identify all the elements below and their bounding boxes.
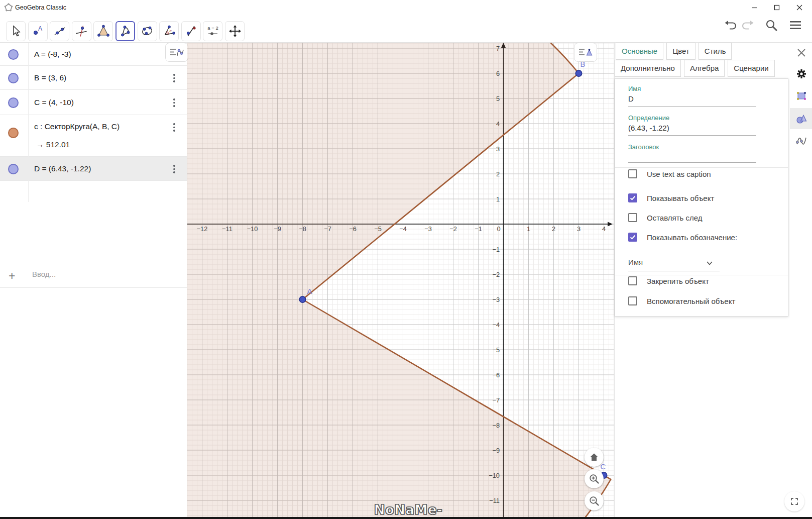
conic-icon	[141, 25, 154, 38]
properties-panel: Имя D Определение (6.43, -1.22) Заголово…	[615, 78, 788, 317]
function-inspector-button[interactable]	[795, 135, 808, 148]
checkbox-row[interactable]: Показывать обозначение:	[628, 233, 737, 242]
tool-slider[interactable]: a = 2	[203, 21, 222, 41]
tool-perpendicular-line[interactable]	[72, 21, 91, 41]
tool-polygon[interactable]	[93, 21, 113, 41]
algebra-stylebar-button[interactable]	[165, 43, 188, 62]
menu-button[interactable]	[787, 17, 804, 34]
sort-and-triangle-icon	[578, 46, 593, 58]
bottom-strip	[0, 517, 812, 519]
window-title: GeoGebra Classic	[15, 4, 66, 11]
plus-icon[interactable]: +	[9, 269, 15, 283]
title-bar: GeoGebra Classic	[0, 0, 812, 15]
algebra-input[interactable]	[31, 269, 179, 279]
close-panel-button[interactable]	[795, 46, 808, 59]
checkbox[interactable]	[628, 276, 637, 285]
divider	[615, 167, 788, 168]
definition-field-value[interactable]: (6.43, -1.22)	[628, 124, 756, 136]
tab-алгебра[interactable]: Алгебра	[684, 60, 725, 77]
close-button[interactable]	[788, 0, 811, 15]
row-menu-button[interactable]	[171, 98, 178, 107]
checkbox-label: Показывать обозначение:	[647, 233, 737, 242]
x-axis-tick-label: −12	[197, 225, 208, 233]
x-axis-tick-label: 0	[497, 225, 500, 233]
tab-дополнительно[interactable]: Дополнительно	[615, 60, 681, 77]
x-axis-tick-label: −4	[399, 225, 407, 233]
graphics-settings-button[interactable]	[795, 89, 808, 102]
zoom-in-button[interactable]	[585, 469, 604, 488]
visibility-toggle[interactable]	[8, 128, 19, 138]
reflect-icon	[184, 25, 197, 38]
tool-angle[interactable]: α	[159, 21, 179, 41]
checkbox[interactable]	[628, 296, 637, 305]
y-axis-tick-label: 5	[496, 95, 500, 102]
caption-field-value[interactable]	[628, 149, 756, 163]
checkbox[interactable]	[628, 213, 637, 222]
object-definition: B = (3, 6)	[34, 73, 66, 82]
y-axis-tick-label: 4	[496, 120, 500, 128]
search-button[interactable]	[763, 17, 780, 34]
y-axis-tick-label: −6	[492, 371, 500, 379]
graph-point-A[interactable]	[299, 296, 305, 302]
x-axis-tick-label: −3	[424, 225, 432, 233]
checkbox-label: Показывать объект	[647, 194, 714, 202]
checkbox-row[interactable]: Use text as caption	[628, 169, 711, 178]
graphics-view-button[interactable]	[795, 112, 808, 125]
tool-point[interactable]: A	[28, 21, 48, 41]
checkbox[interactable]	[628, 169, 637, 178]
perpendicular-line-icon	[75, 25, 88, 38]
visibility-toggle[interactable]	[8, 73, 19, 83]
checkbox-row[interactable]: Показывать объект	[628, 193, 714, 202]
y-axis-tick-label: 2	[496, 170, 500, 178]
visibility-toggle[interactable]	[8, 97, 19, 108]
x-axis-tick-label: −9	[274, 225, 281, 233]
triangle-circle-icon	[795, 112, 808, 125]
fullscreen-button[interactable]	[784, 491, 804, 511]
checkbox-checked[interactable]	[628, 193, 637, 202]
tool-conic[interactable]	[138, 21, 157, 41]
name-field-value[interactable]: D	[628, 94, 756, 107]
row-menu-button[interactable]	[171, 165, 178, 173]
tool-move-graphics[interactable]	[225, 21, 245, 41]
tab-цвет[interactable]: Цвет	[666, 43, 695, 60]
x-axis-tick-label: 3	[577, 225, 581, 233]
visibility-toggle[interactable]	[8, 49, 19, 60]
redo-button[interactable]	[739, 17, 756, 34]
minimize-button[interactable]	[743, 0, 766, 15]
graphics-stylebar-button[interactable]	[574, 43, 597, 62]
y-axis-tick-label: 3	[496, 145, 500, 153]
label-style-dropdown[interactable]: Имя	[628, 258, 720, 267]
zoom-out-button[interactable]	[585, 491, 604, 510]
fullscreen-icon	[790, 497, 799, 506]
graph-point-label-A: A	[307, 287, 312, 295]
checkbox-checked[interactable]	[628, 233, 637, 242]
maximize-button[interactable]	[765, 0, 788, 15]
tab-сценарии[interactable]: Сценарии	[728, 60, 774, 77]
tool-reflect[interactable]	[181, 21, 201, 41]
visibility-toggle[interactable]	[8, 164, 19, 174]
checkbox-row[interactable]: Вспомогательный объект	[628, 296, 735, 305]
settings-gear-button[interactable]	[795, 67, 808, 80]
tool-circular-arc[interactable]	[115, 21, 135, 41]
row-menu-button[interactable]	[171, 74, 178, 82]
graph-point-B[interactable]	[575, 70, 582, 76]
y-axis-tick-label: −7	[492, 396, 500, 404]
checkbox-row[interactable]: Оставлять след	[628, 213, 703, 222]
tool-line[interactable]	[50, 21, 69, 41]
zoom-in-icon	[588, 473, 600, 485]
y-axis-tick-label: −11	[489, 497, 500, 504]
tab-стиль[interactable]: Стиль	[699, 43, 732, 60]
x-axis-tick-label: 2	[552, 225, 555, 233]
graphics-view[interactable]: −12−11−10−9−8−7−6−5−4−3−2−1012347654321−…	[187, 43, 614, 519]
circular-sector-region[interactable]	[187, 43, 611, 519]
svg-text:a = 2: a = 2	[207, 25, 218, 31]
row-menu-button[interactable]	[171, 123, 178, 132]
algebra-input-row[interactable]: +	[0, 266, 187, 288]
checkbox-row[interactable]: Закрепить объект	[628, 276, 709, 285]
undo-button[interactable]	[722, 17, 739, 34]
checkbox-label: Оставлять след	[647, 214, 703, 222]
tool-move-cursor[interactable]	[6, 21, 26, 41]
tab-основные[interactable]: Основные	[616, 43, 663, 60]
y-axis-tick-label: −10	[489, 472, 500, 479]
home-button[interactable]	[585, 448, 604, 467]
